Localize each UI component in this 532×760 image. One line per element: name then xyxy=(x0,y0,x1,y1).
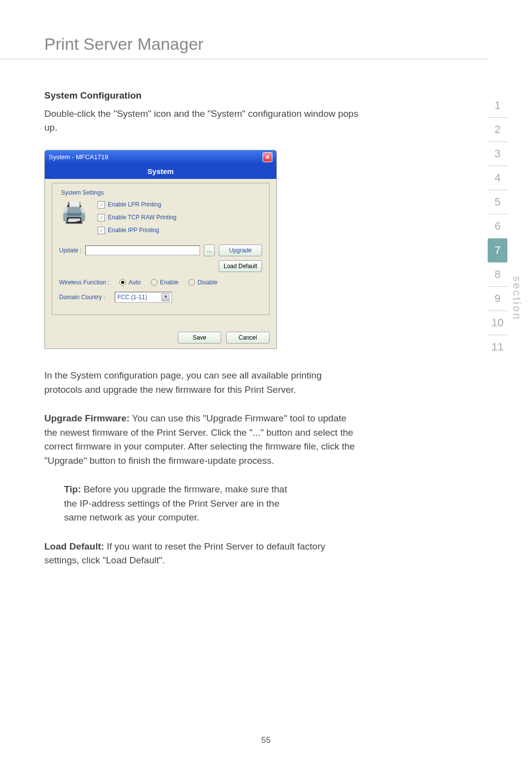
chevron-down-icon: ▼ xyxy=(162,293,169,301)
dialog-title: System - MFCA1719 xyxy=(49,152,108,162)
system-dialog: System - MFCA1719 ✕ System System Settin… xyxy=(44,150,277,349)
radio-label: Disable xyxy=(198,278,217,287)
check-label: Enable LPR Printing xyxy=(108,200,161,209)
select-value: FCC (1-11) xyxy=(117,293,147,302)
update-label: Update : xyxy=(59,246,81,255)
page-number: 55 xyxy=(0,735,532,745)
check-ipp[interactable]: ✓ Enable IPP Printing xyxy=(98,226,176,235)
close-icon[interactable]: ✕ xyxy=(263,152,272,162)
dialog-header: System xyxy=(45,164,276,179)
paragraph-protocols: In the System configuration page, you ca… xyxy=(44,369,360,397)
text-tip: Before you upgrade the firmware, make su… xyxy=(64,484,287,522)
section-nav-4[interactable]: 4 xyxy=(488,166,507,190)
radio-icon xyxy=(151,279,158,286)
check-label: Enable IPP Printing xyxy=(108,226,159,235)
section-nav-1[interactable]: 1 xyxy=(488,94,507,118)
section-nav-2[interactable]: 2 xyxy=(488,118,507,142)
section-nav-6[interactable]: 6 xyxy=(488,214,507,239)
checkbox-icon: ✓ xyxy=(98,201,105,208)
section-side-label: section xyxy=(510,276,523,321)
section-nav: 1234567891011 xyxy=(488,94,507,359)
paragraph-tip: Tip: Before you upgrade the firmware, ma… xyxy=(64,483,300,525)
bold-upgrade: Upgrade Firmware: xyxy=(44,413,130,423)
section-nav-7[interactable]: 7 xyxy=(488,239,507,263)
browse-button[interactable]: ... xyxy=(204,244,215,256)
radio-label: Enable xyxy=(160,278,178,287)
section-nav-5[interactable]: 5 xyxy=(488,190,507,214)
section-nav-11[interactable]: 11 xyxy=(488,335,507,359)
subheading-system-config: System Configuration xyxy=(44,89,360,103)
check-tcp-raw[interactable]: ✓ Enable TCP RAW Printing xyxy=(98,213,176,222)
check-lpr[interactable]: ✓ Enable LPR Printing xyxy=(98,200,176,209)
radio-icon xyxy=(119,279,126,286)
dialog-titlebar: System - MFCA1719 ✕ xyxy=(45,150,276,164)
printer-icon: 🖨️ xyxy=(59,197,89,227)
wireless-label: Wireless Function : xyxy=(59,278,109,287)
section-nav-9[interactable]: 9 xyxy=(488,287,507,311)
paragraph-upgrade: Upgrade Firmware: You can use this "Upgr… xyxy=(44,412,360,468)
section-nav-3[interactable]: 3 xyxy=(488,142,507,166)
checkbox-icon: ✓ xyxy=(98,227,105,234)
checkbox-icon: ✓ xyxy=(98,214,105,221)
check-label: Enable TCP RAW Printing xyxy=(108,213,176,222)
radio-disable[interactable]: Disable xyxy=(188,278,217,287)
save-button[interactable]: Save xyxy=(178,332,221,344)
domain-country-select[interactable]: FCC (1-11) ▼ xyxy=(115,292,172,303)
section-nav-8[interactable]: 8 xyxy=(488,263,507,287)
domain-country-label: Domain Country : xyxy=(59,293,105,302)
radio-enable[interactable]: Enable xyxy=(151,278,178,287)
load-default-button[interactable]: Load Default xyxy=(219,260,262,272)
bold-tip: Tip: xyxy=(64,484,81,494)
cancel-button[interactable]: Cancel xyxy=(226,332,269,344)
section-nav-10[interactable]: 10 xyxy=(488,311,507,335)
radio-label: Auto xyxy=(129,278,141,287)
update-path-input[interactable] xyxy=(85,245,200,255)
bold-load-default: Load Default: xyxy=(44,541,104,552)
radio-auto[interactable]: Auto xyxy=(119,278,141,287)
paragraph-load-default: Load Default: If you want to reset the P… xyxy=(44,540,360,568)
page-title: Print Server Manager xyxy=(0,0,488,59)
upgrade-button[interactable]: Upgrade xyxy=(219,244,262,256)
radio-icon xyxy=(188,279,195,286)
intro-text: Double-click the "System" icon and the "… xyxy=(44,107,360,135)
